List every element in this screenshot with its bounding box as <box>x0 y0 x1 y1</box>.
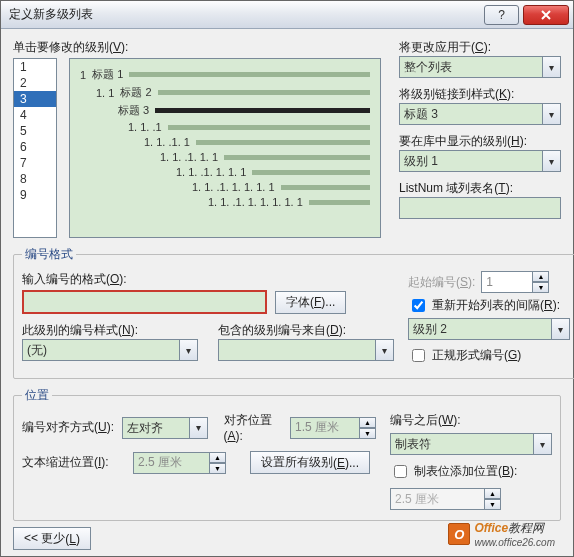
spin-up-icon[interactable]: ▲ <box>210 452 226 463</box>
preview-pane: 1标题 11. 1标题 2标题 31. 1. .11. 1. .1. 11. 1… <box>69 58 381 238</box>
align-at-spin[interactable]: ▲▼ <box>290 417 376 439</box>
tab-add-checkbox-row[interactable]: 制表位添加位置(B): <box>390 462 552 481</box>
align-label: 编号对齐方式(U): <box>22 419 116 436</box>
chevron-down-icon[interactable] <box>543 103 561 125</box>
position-legend: 位置 <box>22 387 52 404</box>
level-list[interactable]: 123456789 <box>13 58 57 238</box>
format-input[interactable] <box>22 290 267 314</box>
click-level-label: 单击要修改的级别(V): <box>13 39 381 56</box>
help-button[interactable]: ? <box>484 5 519 25</box>
window-title: 定义新多级列表 <box>9 6 484 23</box>
chevron-down-icon[interactable] <box>534 433 552 455</box>
show-level-combo[interactable]: 级别 1 <box>399 150 561 172</box>
indent-input[interactable] <box>133 452 210 474</box>
restart-value: 级别 2 <box>408 318 552 340</box>
follow-combo[interactable]: 制表符 <box>390 433 552 455</box>
set-all-button[interactable]: 设置所有级别(E)... <box>250 451 370 474</box>
spin-down-icon[interactable]: ▼ <box>533 282 549 293</box>
align-combo[interactable]: 左对齐 <box>122 417 207 439</box>
listnum-input[interactable] <box>399 197 561 219</box>
start-at-label: 起始编号(S): <box>408 274 475 291</box>
level-item[interactable]: 7 <box>14 155 56 171</box>
window-buttons: ? <box>484 1 573 28</box>
dialog-body: 单击要修改的级别(V): 123456789 1标题 11. 1标题 2标题 3… <box>1 29 573 556</box>
link-style-label: 将级别链接到样式(K): <box>399 86 561 103</box>
chevron-down-icon[interactable] <box>543 56 561 78</box>
level-item[interactable]: 1 <box>14 59 56 75</box>
listnum-value <box>399 197 561 219</box>
preview-row: 1. 1. .1. 1. 1 <box>80 151 370 163</box>
enter-format-label: 输入编号的格式(O): <box>22 271 394 288</box>
apply-to-label: 将更改应用于(C): <box>399 39 561 56</box>
link-style-combo[interactable]: 标题 3 <box>399 103 561 125</box>
top-area: 单击要修改的级别(V): 123456789 1标题 11. 1标题 2标题 3… <box>13 39 561 238</box>
spin-up-icon[interactable]: ▲ <box>360 417 376 428</box>
preview-row: 1. 1. .1 <box>80 121 370 133</box>
watermark: O Office教程网 www.office26.com <box>448 520 555 548</box>
format-fieldset: 编号格式 输入编号的格式(O): 字体(F)... 此级别的编号样式(N): (… <box>13 246 574 379</box>
spin-down-icon[interactable]: ▼ <box>210 463 226 474</box>
align-at-label: 对齐位置(A): <box>224 412 284 443</box>
start-at-input[interactable] <box>481 271 533 293</box>
indent-label: 文本缩进位置(I): <box>22 454 127 471</box>
dialog: 定义新多级列表 ? 单击要修改的级别(V): 123456789 1标题 11.… <box>0 0 574 557</box>
level-style-label: 此级别的编号样式(N): <box>22 322 198 339</box>
tab-add-checkbox[interactable] <box>394 465 407 478</box>
office-icon: O <box>448 523 470 545</box>
close-button[interactable] <box>523 5 569 25</box>
restart-checkbox[interactable] <box>412 299 425 312</box>
include-from-value <box>218 339 376 361</box>
tab-add-spin: ▲▼ <box>390 488 552 510</box>
restart-label: 重新开始列表的间隔(R): <box>432 297 560 314</box>
position-fieldset: 位置 编号对齐方式(U): 左对齐 对齐位置(A): ▲▼ <box>13 387 561 521</box>
level-list-col: 123456789 <box>13 58 61 238</box>
level-item[interactable]: 3 <box>14 91 56 107</box>
preview-row: 1. 1标题 2 <box>80 85 370 100</box>
listnum-label: ListNum 域列表名(T): <box>399 180 561 197</box>
legal-label: 正规形式编号(G) <box>432 347 521 364</box>
format-legend: 编号格式 <box>22 246 76 263</box>
spin-up-icon[interactable]: ▲ <box>533 271 549 282</box>
level-item[interactable]: 8 <box>14 171 56 187</box>
spin-down-icon: ▼ <box>485 499 501 510</box>
tab-add-input <box>390 488 485 510</box>
preview-row: 1. 1. .1. 1. 1. 1. 1 <box>80 181 370 193</box>
level-item[interactable]: 2 <box>14 75 56 91</box>
show-level-value: 级别 1 <box>399 150 543 172</box>
align-value: 左对齐 <box>122 417 189 439</box>
legal-checkbox-row[interactable]: 正规形式编号(G) <box>408 346 570 365</box>
align-at-input[interactable] <box>290 417 360 439</box>
spin-down-icon[interactable]: ▼ <box>360 428 376 439</box>
level-item[interactable]: 9 <box>14 187 56 203</box>
chevron-down-icon[interactable] <box>543 150 561 172</box>
chevron-down-icon[interactable] <box>190 417 208 439</box>
level-style-combo[interactable]: (无) <box>22 339 198 361</box>
chevron-down-icon[interactable] <box>552 318 570 340</box>
restart-checkbox-row[interactable]: 重新开始列表的间隔(R): <box>408 296 570 315</box>
apply-to-combo[interactable]: 整个列表 <box>399 56 561 78</box>
less-button[interactable]: << 更少(L) <box>13 527 91 550</box>
restart-combo[interactable]: 级别 2 <box>408 318 570 340</box>
follow-value: 制表符 <box>390 433 534 455</box>
close-icon <box>540 9 552 21</box>
apply-to-value: 整个列表 <box>399 56 543 78</box>
bottom-bar: << 更少(L) O Office教程网 www.office26.com <box>13 527 561 550</box>
level-item[interactable]: 6 <box>14 139 56 155</box>
chevron-down-icon[interactable] <box>180 339 198 361</box>
tab-add-label: 制表位添加位置(B): <box>414 463 517 480</box>
right-column: 将更改应用于(C): 整个列表 将级别链接到样式(K): 标题 3 要在库中显示… <box>399 39 561 238</box>
chevron-down-icon[interactable] <box>376 339 394 361</box>
preview-row: 1. 1. .1. 1. 1. 1. 1. 1 <box>80 196 370 208</box>
follow-label: 编号之后(W): <box>390 412 552 429</box>
include-from-label: 包含的级别编号来自(D): <box>218 322 394 339</box>
level-item[interactable]: 4 <box>14 107 56 123</box>
include-from-combo[interactable] <box>218 339 394 361</box>
indent-spin[interactable]: ▲▼ <box>133 452 226 474</box>
start-at-spin[interactable]: ▲▼ <box>481 271 549 293</box>
preview-row: 1. 1. .1. 1 <box>80 136 370 148</box>
legal-checkbox[interactable] <box>412 349 425 362</box>
preview-row: 标题 3 <box>80 103 370 118</box>
level-item[interactable]: 5 <box>14 123 56 139</box>
font-button[interactable]: 字体(F)... <box>275 291 346 314</box>
spin-up-icon: ▲ <box>485 488 501 499</box>
